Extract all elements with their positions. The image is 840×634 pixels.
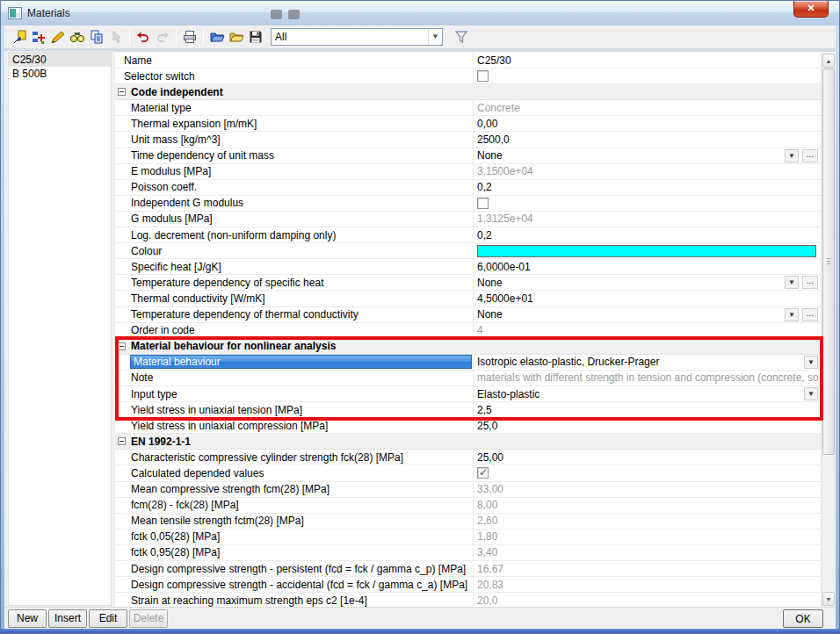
- edit-pencil-icon[interactable]: [48, 28, 67, 47]
- property-label[interactable]: Design compressive strength - accidental…: [115, 577, 474, 592]
- property-row[interactable]: Yield stress in uniaxial tension [MPa]2,…: [115, 402, 821, 418]
- property-row[interactable]: Design compressive strength - accidental…: [115, 577, 821, 593]
- property-value[interactable]: 1,3125e+04: [474, 212, 821, 227]
- property-value[interactable]: None: [474, 307, 821, 322]
- property-row[interactable]: Mean tensile strength fctm(28) [MPa]2,60: [115, 514, 821, 530]
- group-row[interactable]: Material behaviour for nonlinear analysi…: [115, 339, 821, 355]
- ok-button[interactable]: OK: [783, 609, 823, 628]
- vertical-scrollbar[interactable]: [821, 53, 836, 607]
- property-label[interactable]: Poisson coeff.: [115, 180, 474, 195]
- property-row[interactable]: fcm(28) - fck(28) [MPa]8,00: [115, 498, 821, 514]
- property-label[interactable]: Independent G modulus: [115, 196, 474, 211]
- property-value[interactable]: 2500,0: [474, 132, 821, 147]
- property-label[interactable]: Calculated depended values: [115, 465, 474, 480]
- property-label[interactable]: Colour: [115, 243, 474, 258]
- undo-icon[interactable]: [134, 28, 152, 47]
- property-value[interactable]: 25,0: [474, 418, 821, 433]
- dropdown-arrow-icon[interactable]: [804, 356, 818, 369]
- dropdown-arrow-icon[interactable]: [785, 276, 799, 289]
- close-button[interactable]: [793, 1, 829, 18]
- property-value[interactable]: [474, 68, 821, 83]
- property-row[interactable]: Temperature dependency of specific heatN…: [115, 275, 821, 291]
- property-row[interactable]: E modulus [MPa]3,1500e+04: [115, 164, 821, 180]
- property-value[interactable]: 2,5: [474, 402, 821, 417]
- property-row[interactable]: Order in code4: [115, 323, 821, 339]
- property-row[interactable]: Colour: [115, 243, 821, 259]
- property-value[interactable]: Elasto-plastic: [474, 386, 821, 401]
- property-label[interactable]: Mean compressive strength fcm(28) [MPa]: [115, 482, 474, 497]
- property-value[interactable]: 4,5000e+01: [474, 291, 821, 306]
- property-row[interactable]: Selector switch: [115, 68, 821, 84]
- property-value[interactable]: 6,0000e-01: [474, 259, 821, 274]
- group-row[interactable]: EN 1992-1-1: [115, 434, 821, 450]
- dropdown-arrow-icon[interactable]: [785, 308, 799, 321]
- property-value[interactable]: 1,80: [474, 530, 821, 544]
- property-row[interactable]: Temperature dependency of thermal conduc…: [115, 307, 821, 323]
- redo-icon[interactable]: [153, 28, 171, 47]
- property-label[interactable]: E modulus [MPa]: [115, 164, 474, 179]
- property-row[interactable]: Input typeElasto-plastic: [115, 386, 821, 402]
- property-row[interactable]: Poisson coeff.0,2: [115, 180, 821, 196]
- property-label[interactable]: fctk 0,05(28) [MPa]: [115, 530, 474, 544]
- ellipsis-button[interactable]: [802, 149, 818, 162]
- property-value[interactable]: 2,60: [474, 514, 821, 529]
- open-folder-blue-icon[interactable]: [207, 28, 226, 47]
- property-value[interactable]: C25/30: [474, 53, 821, 68]
- collapse-toggle-icon[interactable]: [118, 437, 126, 445]
- property-row[interactable]: Thermal conductivity [W/mK]4,5000e+01: [115, 291, 821, 306]
- ellipsis-button[interactable]: [802, 308, 818, 321]
- property-value[interactable]: 33,00: [474, 482, 821, 497]
- property-label[interactable]: Strain at reaching maximum strength eps …: [115, 593, 474, 607]
- group-row[interactable]: Code independent: [115, 84, 821, 100]
- property-value[interactable]: 25,00: [474, 450, 821, 465]
- property-label[interactable]: Note: [115, 371, 474, 385]
- property-row[interactable]: fctk 0,95(28) [MPa]3,40: [115, 545, 821, 561]
- ellipsis-button[interactable]: [802, 276, 818, 289]
- new-button[interactable]: New: [8, 609, 47, 628]
- property-label[interactable]: fcm(28) - fck(28) [MPa]: [115, 498, 474, 513]
- colour-swatch[interactable]: [477, 245, 816, 257]
- collapse-toggle-icon[interactable]: [118, 342, 126, 350]
- property-value[interactable]: 0,00: [474, 116, 821, 131]
- titlebar[interactable]: Materials: [1, 1, 839, 25]
- property-value[interactable]: 16,67: [474, 561, 821, 576]
- property-row[interactable]: Characteristic compressive cylinder stre…: [115, 450, 821, 465]
- property-label[interactable]: Unit mass [kg/m^3]: [115, 132, 474, 147]
- property-value[interactable]: 3,1500e+04: [474, 164, 821, 179]
- dropdown-arrow-icon[interactable]: [804, 387, 818, 400]
- property-label[interactable]: Time dependency of unit mass: [115, 148, 474, 163]
- property-label[interactable]: Specific heat [J/gK]: [115, 259, 474, 274]
- property-label[interactable]: Mean tensile strength fctm(28) [MPa]: [115, 514, 474, 529]
- property-row[interactable]: Unit mass [kg/m^3]2500,0: [115, 132, 821, 148]
- property-value[interactable]: [474, 243, 821, 258]
- delete-button[interactable]: Delete: [129, 609, 168, 628]
- property-row[interactable]: G modulus [MPa]1,3125e+04: [115, 212, 821, 227]
- property-label[interactable]: Selector switch: [115, 68, 474, 83]
- property-value[interactable]: 0,2: [474, 227, 821, 242]
- property-row[interactable]: Log. decrement (non-uniform damping only…: [115, 227, 821, 243]
- delete-cursor-icon[interactable]: [106, 28, 125, 47]
- checkbox[interactable]: [477, 467, 489, 479]
- checkbox[interactable]: [477, 198, 489, 209]
- save-icon[interactable]: [246, 28, 264, 47]
- property-label[interactable]: Temperature dependency of thermal conduc…: [115, 307, 474, 322]
- property-label[interactable]: Thermal expansion [m/mK]: [115, 116, 474, 131]
- property-value[interactable]: 4: [474, 323, 821, 338]
- property-label[interactable]: Log. decrement (non-uniform damping only…: [115, 227, 474, 242]
- search-binoculars-icon[interactable]: [68, 28, 86, 47]
- property-row[interactable]: NameC25/30: [115, 53, 821, 68]
- insert-button[interactable]: Insert: [48, 609, 87, 628]
- property-value[interactable]: 3,40: [474, 545, 821, 560]
- checkbox[interactable]: [477, 70, 489, 82]
- scrollbar-thumb[interactable]: [822, 68, 835, 455]
- property-value[interactable]: None: [474, 148, 821, 163]
- property-label[interactable]: Input type: [115, 386, 474, 401]
- property-value[interactable]: 0,2: [474, 180, 821, 195]
- open-folder-yellow-icon[interactable]: [227, 28, 245, 47]
- collapse-toggle-icon[interactable]: [118, 88, 126, 96]
- filter-funnel-icon[interactable]: [452, 28, 470, 47]
- property-value[interactable]: [474, 465, 821, 480]
- material-list-item[interactable]: C25/30: [9, 53, 111, 67]
- property-label[interactable]: Name: [115, 53, 474, 68]
- property-row[interactable]: Material behaviourIsotropic elasto-plast…: [115, 355, 821, 371]
